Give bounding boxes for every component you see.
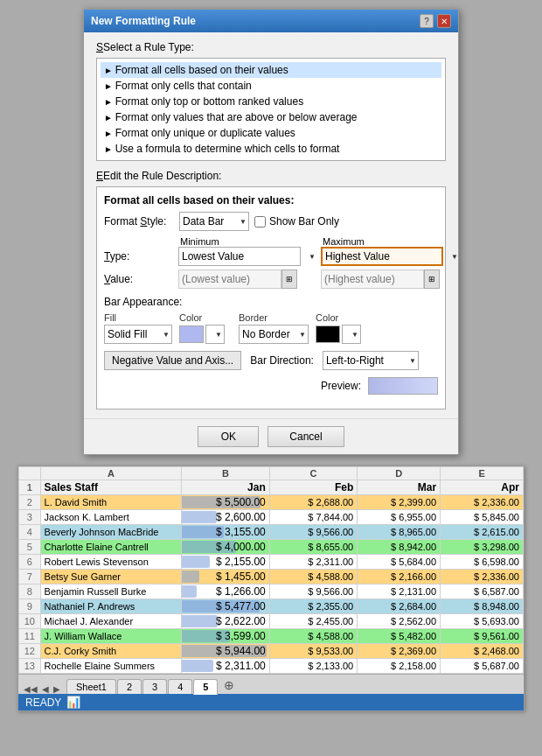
cell-apr-1[interactable]: $ 5,845.00 xyxy=(441,510,524,525)
close-button[interactable]: ✕ xyxy=(437,14,451,28)
cell-apr-10[interactable]: $ 2,468.00 xyxy=(441,644,524,659)
ok-button[interactable]: OK xyxy=(198,426,259,447)
cell-mar-5[interactable]: $ 2,166.00 xyxy=(358,570,441,584)
cell-mar-2[interactable]: $ 8,965.00 xyxy=(358,525,441,540)
cell-jan-6[interactable]: $ 1,266.00 xyxy=(182,584,269,599)
cell-jan-9[interactable]: $ 3,599.00 xyxy=(182,629,269,644)
cell-name-2[interactable]: Beverly Johnson MacBride xyxy=(40,525,182,540)
cell-a1[interactable]: Sales Staff xyxy=(40,480,182,495)
cell-mar-8[interactable]: $ 2,562.00 xyxy=(358,614,441,629)
bar-direction-select[interactable]: Left-to-Right xyxy=(323,351,419,370)
cell-name-7[interactable]: Nathaniel P. Andrews xyxy=(40,599,182,614)
tab-5[interactable]: 5 xyxy=(193,679,218,695)
tab-sheet1[interactable]: Sheet1 xyxy=(66,679,116,694)
cell-name-9[interactable]: J. William Wallace xyxy=(40,629,182,644)
min-value-input[interactable] xyxy=(178,270,281,289)
cell-mar-7[interactable]: $ 2,684.00 xyxy=(358,599,441,614)
rule-item-contain[interactable]: Format only cells that contain xyxy=(101,78,441,94)
cell-name-8[interactable]: Michael J. Alexander xyxy=(40,614,182,629)
tab-arrow-prev[interactable]: ◀ xyxy=(40,684,51,694)
rule-item-unique-dup[interactable]: Format only unique or duplicate values xyxy=(101,125,441,141)
min-value-picker-btn[interactable]: ⊞ xyxy=(281,270,297,289)
max-type-select[interactable]: Highest Value xyxy=(321,247,443,266)
fill-color-dropdown[interactable]: ▼ xyxy=(205,325,225,344)
cell-jan-3[interactable]: $ 4,000.00 xyxy=(182,540,269,555)
cell-name-4[interactable]: Robert Lewis Stevenson xyxy=(40,555,182,570)
format-style-select[interactable]: Data Bar xyxy=(179,212,249,231)
cell-jan-2[interactable]: $ 3,155.00 xyxy=(182,525,269,540)
cell-jan-5[interactable]: $ 1,455.00 xyxy=(182,570,269,584)
border-select[interactable]: No Border xyxy=(239,325,309,344)
cell-apr-3[interactable]: $ 3,298.00 xyxy=(441,540,524,555)
cell-mar-3[interactable]: $ 8,942.00 xyxy=(358,540,441,555)
col-c-header[interactable]: C xyxy=(269,467,357,480)
cell-feb-11[interactable]: $ 2,133.00 xyxy=(269,659,357,674)
cell-name-11[interactable]: Rochelle Elaine Summers xyxy=(40,659,182,674)
cell-feb-0[interactable]: $ 2,688.00 xyxy=(269,495,357,510)
cell-c1[interactable]: Feb xyxy=(269,480,357,495)
cell-mar-0[interactable]: $ 2,399.00 xyxy=(358,495,441,510)
cell-mar-9[interactable]: $ 5,482.00 xyxy=(358,629,441,644)
rule-item-above-below[interactable]: Format only values that are above or bel… xyxy=(101,109,441,125)
cell-apr-5[interactable]: $ 2,336.00 xyxy=(441,570,524,584)
cell-feb-6[interactable]: $ 9,566.00 xyxy=(269,584,357,599)
tab-arrow-first[interactable]: ◀◀ xyxy=(22,684,39,694)
cell-jan-0[interactable]: $ 5,500.00 xyxy=(182,495,269,510)
cell-apr-6[interactable]: $ 6,587.00 xyxy=(441,584,524,599)
cell-feb-10[interactable]: $ 9,533.00 xyxy=(269,644,357,659)
tab-3[interactable]: 3 xyxy=(142,679,167,694)
max-value-input[interactable] xyxy=(321,270,424,289)
tab-arrow-next[interactable]: ▶ xyxy=(52,684,62,694)
cell-mar-4[interactable]: $ 5,684.00 xyxy=(358,555,441,570)
cell-apr-4[interactable]: $ 6,598.00 xyxy=(441,555,524,570)
col-b-header[interactable]: B xyxy=(182,467,269,480)
cell-feb-4[interactable]: $ 2,311.00 xyxy=(269,555,357,570)
cell-mar-10[interactable]: $ 2,369.00 xyxy=(358,644,441,659)
cell-jan-1[interactable]: $ 2,600.00 xyxy=(182,510,269,525)
cell-apr-0[interactable]: $ 2,336.00 xyxy=(441,495,524,510)
rule-item-formula[interactable]: Use a formula to determine which cells t… xyxy=(101,141,441,157)
cell-d1[interactable]: Mar xyxy=(358,480,441,495)
fill-select[interactable]: Solid Fill xyxy=(104,325,172,344)
cell-jan-4[interactable]: $ 2,155.00 xyxy=(182,555,269,570)
col-a-header[interactable]: A xyxy=(40,467,182,480)
cell-name-5[interactable]: Betsy Sue Garner xyxy=(40,570,182,584)
cell-feb-9[interactable]: $ 4,588.00 xyxy=(269,629,357,644)
cell-feb-1[interactable]: $ 7,844.00 xyxy=(269,510,357,525)
cell-feb-7[interactable]: $ 2,355.00 xyxy=(269,599,357,614)
cell-mar-6[interactable]: $ 2,131.00 xyxy=(358,584,441,599)
rule-item-all-values[interactable]: Format all cells based on their values xyxy=(101,62,441,78)
cell-name-3[interactable]: Charlotte Elaine Cantrell xyxy=(40,540,182,555)
cell-mar-11[interactable]: $ 2,158.00 xyxy=(358,659,441,674)
help-button[interactable]: ? xyxy=(420,14,434,28)
cell-e1[interactable]: Apr xyxy=(441,480,524,495)
add-sheet-button[interactable]: ⊕ xyxy=(219,676,240,694)
cell-name-0[interactable]: L. David Smith xyxy=(40,495,182,510)
cell-apr-2[interactable]: $ 2,615.00 xyxy=(441,525,524,540)
cell-b1[interactable]: Jan xyxy=(182,480,269,495)
cell-jan-10[interactable]: $ 5,944.00 xyxy=(182,644,269,659)
rule-item-top-bottom[interactable]: Format only top or bottom ranked values xyxy=(101,94,441,109)
cell-name-1[interactable]: Jackson K. Lambert xyxy=(40,510,182,525)
cell-name-10[interactable]: C.J. Corky Smith xyxy=(40,644,182,659)
col-e-header[interactable]: E xyxy=(441,467,524,480)
cell-jan-11[interactable]: $ 2,311.00 xyxy=(182,659,269,674)
border-color-dropdown[interactable]: ▼ xyxy=(342,325,361,344)
cell-feb-2[interactable]: $ 9,566.00 xyxy=(269,525,357,540)
max-value-picker-btn[interactable]: ⊞ xyxy=(424,270,440,289)
cell-jan-8[interactable]: $ 2,622.00 xyxy=(182,614,269,629)
cell-apr-9[interactable]: $ 9,561.00 xyxy=(441,629,524,644)
cell-feb-3[interactable]: $ 8,655.00 xyxy=(269,540,357,555)
cell-mar-1[interactable]: $ 6,955.00 xyxy=(358,510,441,525)
neg-value-axis-button[interactable]: Negative Value and Axis... xyxy=(104,351,241,370)
cell-apr-7[interactable]: $ 8,948.00 xyxy=(441,599,524,614)
min-type-select[interactable]: Lowest Value xyxy=(178,247,301,266)
tab-2[interactable]: 2 xyxy=(117,679,142,694)
col-d-header[interactable]: D xyxy=(358,467,441,480)
cell-feb-8[interactable]: $ 2,455.00 xyxy=(269,614,357,629)
cell-feb-5[interactable]: $ 4,588.00 xyxy=(269,570,357,584)
cell-apr-11[interactable]: $ 5,687.00 xyxy=(441,659,524,674)
cell-apr-8[interactable]: $ 5,693.00 xyxy=(441,614,524,629)
tab-4[interactable]: 4 xyxy=(168,679,192,694)
cell-jan-7[interactable]: $ 5,477.00 xyxy=(182,599,269,614)
